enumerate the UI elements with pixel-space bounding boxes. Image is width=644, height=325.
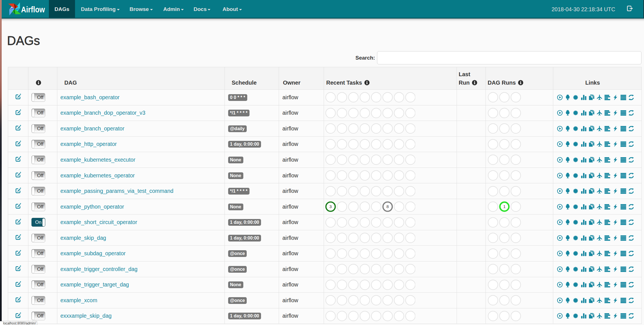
svg-text:8: 8 bbox=[386, 204, 389, 209]
svg-text:3: 3 bbox=[329, 204, 332, 209]
svg-text:1: 1 bbox=[503, 204, 505, 209]
